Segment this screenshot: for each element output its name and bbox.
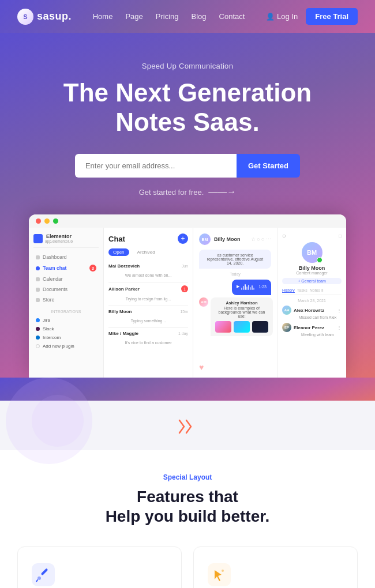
sidebar-int-jira[interactable]: Jira bbox=[33, 316, 99, 325]
sidebar-item-team-chat[interactable]: Team chat 3 bbox=[33, 262, 99, 274]
nav-link-page[interactable]: Page bbox=[125, 12, 142, 21]
dot-green bbox=[53, 218, 58, 224]
features-title-line1: Features that bbox=[17, 487, 358, 507]
sidebar-app-sub: app.elementor.io bbox=[45, 239, 73, 243]
sidebar-app-name: Elementor bbox=[45, 233, 73, 239]
msg-name-3: Mike / Maggie bbox=[108, 331, 138, 336]
msg-text-2: Typing something... bbox=[131, 319, 166, 323]
chat-msg-1[interactable]: Allison Parker 1 Trying to resign from l… bbox=[108, 282, 188, 306]
features-section: Special Layout Features that Help you bu… bbox=[0, 450, 375, 588]
msg-text-1: Trying to resign from lig... bbox=[126, 297, 171, 301]
sidebar-item-dashboard[interactable]: Dashboard bbox=[33, 252, 99, 262]
hero-title-line1: The Next Generation bbox=[17, 78, 358, 108]
features-grid: Create pages using tons of hand crafted … bbox=[17, 546, 358, 588]
chat-bubble-blue: ▶ 1:23 bbox=[232, 280, 271, 295]
log-text-0: Missed call from Alex bbox=[282, 315, 342, 319]
msg-badge-1: 1 bbox=[181, 285, 188, 292]
features-eyebrow: Special Layout bbox=[17, 473, 358, 481]
chat-msg-3[interactable]: Mike / Maggie 1 day It's nice to find a … bbox=[108, 328, 188, 349]
hero-subtext: Get started for free. ——→ bbox=[17, 187, 358, 197]
msg-name-0: Mai Borzovich bbox=[108, 263, 140, 269]
right-name: Billy Moon bbox=[282, 265, 342, 271]
msg-text-0: We almost done with bri... bbox=[125, 273, 171, 277]
feature-card-1: Start your website project the right way… bbox=[193, 546, 358, 588]
right-avatar: BM bbox=[302, 242, 322, 263]
nav-links: Home Page Pricing Blog Contact bbox=[93, 12, 245, 21]
dashboard-body: Elementor app.elementor.io Dashboard Tea… bbox=[29, 228, 346, 378]
dot-red bbox=[36, 218, 41, 224]
log-name-0: Alex Horowitz bbox=[294, 308, 324, 313]
login-button[interactable]: 👤 Log In bbox=[266, 12, 298, 21]
hero-title-line2: Notes Saas. bbox=[17, 108, 358, 137]
log-item-1: EP Eleanor Perez ⋮ Meeting with team bbox=[282, 323, 342, 337]
sidebar-int-add[interactable]: Add new plugin bbox=[33, 342, 99, 350]
right-panel: ⊙ □ BM Billy Moon Content manager + Gene… bbox=[277, 228, 346, 378]
nav-link-blog[interactable]: Blog bbox=[192, 12, 207, 21]
chat-title: Chat bbox=[108, 235, 125, 243]
nav-actions: 👤 Log In Free Trial bbox=[266, 8, 358, 25]
deco-chevron bbox=[176, 418, 199, 439]
features-title-line2: Help you build better. bbox=[17, 507, 358, 526]
right-role: Content manager bbox=[282, 271, 342, 275]
hero-bg-bottom bbox=[0, 378, 375, 401]
sidebar-item-calendar[interactable]: Calendar bbox=[33, 274, 99, 284]
logo-text: sasup. bbox=[37, 10, 72, 22]
svg-point-5 bbox=[222, 570, 224, 572]
deco-section bbox=[0, 401, 375, 450]
dot-yellow bbox=[44, 218, 50, 224]
chat-tabs: Open Archived bbox=[108, 248, 188, 256]
hero-section: Speed Up Communication The Next Generati… bbox=[0, 33, 375, 378]
chat-msg-2[interactable]: Billy Moon 15m Typing something... bbox=[108, 306, 188, 328]
nav-link-home[interactable]: Home bbox=[93, 12, 113, 21]
main-chat-bubble1: as customer service representative, effe… bbox=[199, 250, 271, 269]
tab-history[interactable]: History bbox=[282, 288, 295, 293]
log-item-0: AH Alex Horowitz ⋮ Missed call from Alex bbox=[282, 306, 342, 319]
log-text-1: Meeting with team bbox=[282, 333, 342, 337]
right-team-tag[interactable]: + General team bbox=[282, 278, 342, 284]
svg-rect-0 bbox=[32, 563, 55, 586]
msg-time-2: 15m bbox=[180, 310, 188, 314]
msg-name-2: Billy Moon bbox=[108, 309, 132, 314]
integrations-label: INTEGRATIONS bbox=[33, 310, 99, 314]
main-chat-panel: BM Billy Moon ☆ ○ ○ ⋯ as customer servic… bbox=[193, 228, 277, 378]
chat-plus-button[interactable]: + bbox=[178, 233, 188, 244]
tab-notes[interactable]: Notes II bbox=[310, 288, 324, 293]
msg-name-1: Allison Parker bbox=[108, 287, 140, 292]
history-date: March 28, 2021 bbox=[282, 299, 342, 303]
nav-link-contact[interactable]: Contact bbox=[219, 12, 245, 21]
logo-icon: S bbox=[17, 9, 33, 25]
get-started-button[interactable]: Get Started bbox=[237, 154, 300, 178]
nav-link-pricing[interactable]: Pricing bbox=[156, 12, 179, 21]
dash-sidebar: Elementor app.elementor.io Dashboard Tea… bbox=[29, 228, 104, 378]
msg-time-3: 1 day bbox=[178, 331, 188, 336]
sidebar-int-intercom[interactable]: Intercom bbox=[33, 333, 99, 342]
titlebar bbox=[29, 214, 346, 228]
feature-icon-1 bbox=[208, 563, 231, 586]
tab-archived[interactable]: Archived bbox=[133, 248, 160, 256]
hero-arrow: ——→ bbox=[208, 187, 236, 197]
chat-list-panel: Chat + Open Archived Mai Borzovich Jun W… bbox=[104, 228, 193, 378]
email-input[interactable] bbox=[75, 154, 237, 178]
sidebar-item-documents[interactable]: Documents bbox=[33, 284, 99, 295]
feature-card-0: Create pages using tons of hand crafted … bbox=[17, 546, 182, 588]
msg-text-3: It's nice to find a customer bbox=[125, 341, 171, 345]
free-trial-button[interactable]: Free Trial bbox=[306, 8, 358, 25]
hero-subtext-label: Get started for free. bbox=[139, 188, 204, 197]
right-tabs: History Tasks Notes II bbox=[282, 288, 342, 295]
hero-form: Get Started bbox=[17, 154, 358, 178]
tab-tasks[interactable]: Tasks bbox=[297, 288, 308, 293]
sidebar-item-store[interactable]: Store bbox=[33, 295, 99, 305]
sidebar-logo: Elementor app.elementor.io bbox=[33, 233, 99, 243]
nav-logo: S sasup. bbox=[17, 9, 72, 25]
sidebar-int-slack[interactable]: Slack bbox=[33, 325, 99, 333]
hero-title: The Next Generation Notes Saas. bbox=[17, 78, 358, 137]
feature-icon-0 bbox=[32, 563, 55, 586]
chat-msg-0[interactable]: Mai Borzovich Jun We almost done with br… bbox=[108, 261, 188, 282]
today-label: Today bbox=[199, 272, 271, 276]
chat-bubble2: Ashley Morrison Here is examples of back… bbox=[211, 297, 273, 336]
chat-person-name: Billy Moon bbox=[214, 236, 241, 242]
user-icon: 👤 bbox=[266, 13, 275, 21]
tab-open[interactable]: Open bbox=[108, 248, 129, 256]
features-title: Features that Help you build better. bbox=[17, 487, 358, 526]
dashboard-mockup: Elementor app.elementor.io Dashboard Tea… bbox=[29, 214, 346, 378]
